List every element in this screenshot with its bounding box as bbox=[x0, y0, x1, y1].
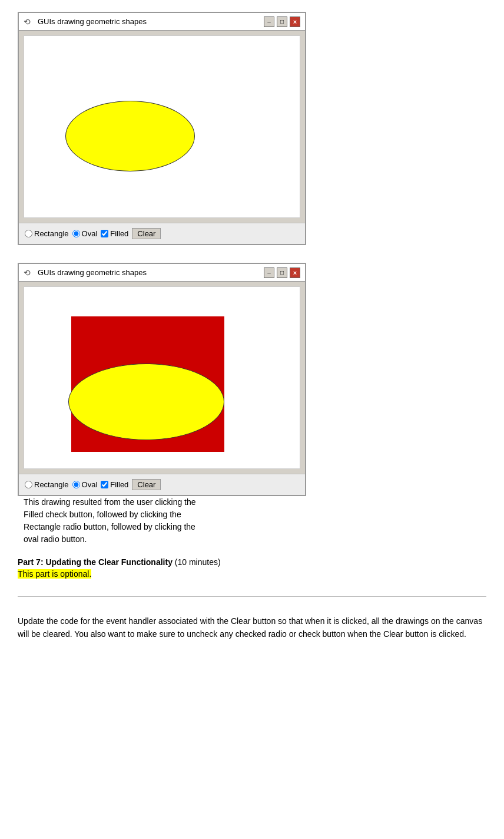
window-2-container: ⟲ GUIs drawing geometric shapes – □ × Re… bbox=[18, 263, 306, 496]
filled-check-text-1: Filled bbox=[110, 229, 128, 238]
section-heading: Part 7: Updating the Clear Functionality… bbox=[18, 557, 486, 567]
minimize-button-2[interactable]: – bbox=[264, 267, 274, 278]
close-button-1[interactable]: × bbox=[290, 16, 300, 27]
optional-text: This part is optional. bbox=[18, 569, 91, 579]
app-icon-1: ⟲ bbox=[24, 17, 33, 27]
rectangle-radio-1[interactable] bbox=[25, 230, 32, 237]
close-button-2[interactable]: × bbox=[290, 267, 300, 278]
section-heading-text: Part 7: Updating the Clear Functionality bbox=[18, 557, 173, 567]
oval-radio-text-1: Oval bbox=[82, 229, 98, 238]
toolbar-2: Rectangle Oval Filled Clear bbox=[19, 474, 305, 495]
filled-check-label-2[interactable]: Filled bbox=[101, 480, 128, 489]
rectangle-radio-text-2: Rectangle bbox=[34, 480, 69, 489]
canvas-2 bbox=[24, 286, 300, 469]
filled-check-label-1[interactable]: Filled bbox=[101, 229, 128, 238]
window-controls-2: – □ × bbox=[264, 267, 300, 278]
rectangle-radio-label-1[interactable]: Rectangle bbox=[25, 229, 69, 238]
bottom-paragraph: Update the code for the event handler as… bbox=[18, 615, 486, 641]
oval-radio-label-1[interactable]: Oval bbox=[72, 229, 98, 238]
title-bar-1: ⟲ GUIs drawing geometric shapes – □ × bbox=[19, 13, 305, 31]
rectangle-radio-2[interactable] bbox=[25, 481, 32, 488]
toolbar-1: Rectangle Oval Filled Clear bbox=[19, 223, 305, 244]
oval-shape-2 bbox=[68, 364, 224, 440]
maximize-button-1[interactable]: □ bbox=[277, 16, 287, 27]
clear-button-2[interactable]: Clear bbox=[132, 479, 161, 490]
optional-text-wrapper: This part is optional. bbox=[18, 569, 486, 579]
minimize-button-1[interactable]: – bbox=[264, 16, 274, 27]
title-bar-2: ⟲ GUIs drawing geometric shapes – □ × bbox=[19, 264, 305, 282]
window-1: ⟲ GUIs drawing geometric shapes – □ × Re… bbox=[18, 12, 306, 245]
oval-shape-1 bbox=[65, 101, 195, 171]
divider bbox=[18, 596, 486, 597]
filled-checkbox-2[interactable] bbox=[101, 481, 108, 488]
rectangle-radio-text-1: Rectangle bbox=[34, 229, 69, 238]
window-title-2: GUIs drawing geometric shapes bbox=[38, 268, 264, 277]
filled-check-text-2: Filled bbox=[110, 480, 128, 489]
canvas-1 bbox=[24, 35, 300, 218]
oval-radio-2[interactable] bbox=[72, 481, 80, 488]
section-time-text: (10 minutes) bbox=[175, 557, 221, 567]
window-controls-1: – □ × bbox=[264, 16, 300, 27]
window-2: ⟲ GUIs drawing geometric shapes – □ × Re… bbox=[18, 263, 306, 496]
window-2-wrapper: ⟲ GUIs drawing geometric shapes – □ × Re… bbox=[18, 263, 486, 546]
oval-radio-label-2[interactable]: Oval bbox=[72, 480, 98, 489]
filled-checkbox-1[interactable] bbox=[101, 230, 108, 237]
maximize-button-2[interactable]: □ bbox=[277, 267, 287, 278]
clear-button-1[interactable]: Clear bbox=[132, 228, 161, 239]
rectangle-radio-label-2[interactable]: Rectangle bbox=[25, 480, 69, 489]
oval-radio-text-2: Oval bbox=[82, 480, 98, 489]
app-icon-2: ⟲ bbox=[24, 268, 33, 278]
window-description: This drawing resulted from the user clic… bbox=[24, 496, 200, 546]
window-title-1: GUIs drawing geometric shapes bbox=[38, 17, 264, 26]
oval-radio-1[interactable] bbox=[72, 230, 80, 237]
